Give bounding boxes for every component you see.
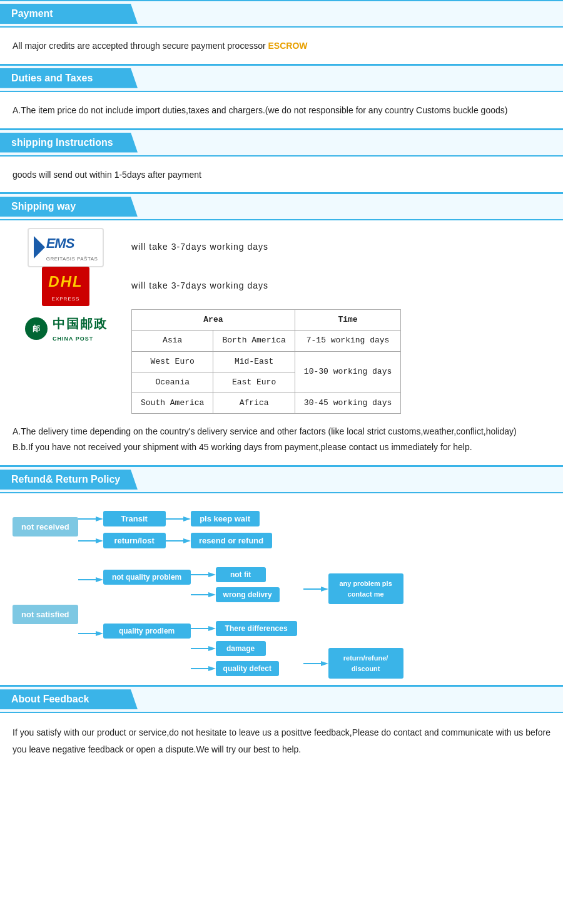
- table-cell: East Euro: [213, 372, 295, 393]
- quality-problem-branch: quality prodlem There differences damage: [78, 621, 297, 676]
- svg-marker-22: [208, 646, 216, 651]
- pls-keep-wait-box: pls keep wait: [191, 511, 260, 526]
- dhl-carrier-row: DHL EXPRESS will take 3-7days working da…: [13, 270, 550, 302]
- quality-defect-box: quality defect: [216, 661, 279, 676]
- table-cell: 10-30 working days: [295, 351, 400, 393]
- table-cell: 7-15 working days: [295, 331, 400, 351]
- escrow-label: ESCROW: [268, 41, 308, 51]
- payment-section: Payment All major credits are accepted t…: [0, 0, 563, 64]
- arrow-right-icon: [78, 535, 103, 547]
- not-quality-problem-branch: not quality problem not fit wrong delivr…: [78, 567, 297, 602]
- svg-marker-26: [321, 587, 328, 592]
- there-differences-box: There differences: [216, 621, 297, 636]
- not-quality-sub: not fit wrong delivry: [191, 567, 280, 602]
- shipping-way-section: Shipping way EMS GREITASIS PAŠTAS: [0, 193, 563, 466]
- svg-marker-20: [208, 626, 216, 631]
- table-cell: Borth America: [213, 331, 295, 351]
- table-cell: 30-45 working days: [295, 393, 400, 413]
- svg-marker-14: [208, 572, 216, 577]
- damage-branch: damage: [191, 641, 297, 656]
- arrow-right-icon: [166, 513, 191, 525]
- not-received-box: not received: [13, 517, 78, 536]
- feedback-header: About Feedback: [0, 689, 138, 709]
- there-differences-branch: There differences: [191, 621, 297, 636]
- shipping-note-b: B.b.If you have not received your shipme…: [13, 439, 550, 455]
- table-row: South America Africa 30-45 working days: [132, 393, 401, 413]
- svg-text:邮: 邮: [33, 324, 40, 333]
- dhl-logo: DHL EXPRESS: [13, 270, 119, 302]
- outcome-boxes: any problem plscontact me return/refune/…: [303, 573, 403, 679]
- not-satisfied-flow: not satisfied not quality problem not fi…: [13, 567, 550, 679]
- wrong-delivery-box: wrong delivry: [216, 587, 280, 602]
- return-refund-branch: return/refune/discount: [303, 648, 403, 679]
- ems-carrier-row: EMS GREITASIS PAŠTAS will take 3-7days w…: [13, 232, 550, 263]
- shipping-instructions-section: shipping Instructions goods will send ou…: [0, 129, 563, 193]
- shipping-note-a: A.The delivery time depending on the cou…: [13, 424, 550, 439]
- damage-box: damage: [216, 641, 266, 656]
- svg-marker-24: [208, 666, 216, 671]
- chinapost-logo: 邮 中国邮政 CHINA POST: [13, 309, 119, 344]
- not-satisfied-branches: not quality problem not fit wrong delivr…: [78, 567, 297, 676]
- svg-marker-10: [183, 538, 191, 543]
- ems-delivery-text: will take 3-7days working days: [131, 240, 268, 255]
- feedback-body: If you satisfy with our product or servi…: [0, 718, 563, 770]
- table-cell: Africa: [213, 393, 295, 413]
- return-refund-box: return/refune/discount: [328, 648, 403, 679]
- not-received-flow: not received Transit pls keep wait retur…: [13, 511, 550, 548]
- refund-section: Refund& Return Policy not received Trans…: [0, 466, 563, 685]
- duties-header: Duties and Taxes: [0, 68, 138, 88]
- svg-marker-8: [96, 538, 103, 543]
- svg-marker-16: [208, 592, 216, 597]
- arrow-right-icon: [191, 622, 216, 635]
- feedback-section: About Feedback If you satisfy with our p…: [0, 685, 563, 770]
- payment-header: Payment: [0, 4, 138, 24]
- wrong-delivery-branch: wrong delivry: [191, 587, 280, 602]
- not-fit-branch: not fit: [191, 567, 280, 582]
- quality-sub: There differences damage quality defect: [191, 621, 297, 676]
- transit-branch: Transit pls keep wait: [78, 511, 272, 526]
- table-area-header: Area: [132, 310, 295, 331]
- return-lost-box: return/lost: [103, 533, 166, 548]
- quality-defect-branch: quality defect: [191, 661, 297, 676]
- arrow-right-icon: [303, 583, 328, 595]
- arrow-right-icon: [303, 657, 328, 670]
- duties-body: A.The item price do not include import d…: [0, 97, 563, 128]
- chinapost-carrier-row: 邮 中国邮政 CHINA POST Area Time: [13, 309, 550, 413]
- svg-marker-4: [96, 516, 103, 521]
- payment-body: All major credits are accepted through s…: [0, 33, 563, 64]
- arrow-right-icon: [191, 642, 216, 655]
- duties-section: Duties and Taxes A.The item price do not…: [0, 64, 563, 129]
- not-fit-box: not fit: [216, 567, 266, 582]
- resend-refund-box: resend or refund: [191, 533, 272, 548]
- not-received-branches: Transit pls keep wait return/lost resend…: [78, 511, 272, 548]
- arrow-right-icon: [191, 588, 216, 601]
- table-row: Asia Borth America 7-15 working days: [132, 331, 401, 351]
- svg-marker-28: [321, 661, 328, 666]
- arrow-right-icon: [78, 627, 103, 640]
- shipping-notes: A.The delivery time depending on the cou…: [13, 424, 550, 455]
- shipping-way-body: EMS GREITASIS PAŠTAS will take 3-7days w…: [0, 225, 563, 465]
- chinapost-emblem-icon: 邮: [24, 316, 49, 341]
- svg-marker-18: [96, 631, 103, 636]
- not-satisfied-box: not satisfied: [13, 605, 78, 624]
- quality-prodlem-box: quality prodlem: [103, 624, 191, 639]
- any-problem-branch: any problem plscontact me: [303, 573, 403, 604]
- table-row: West Euro Mid-East 10-30 working days: [132, 351, 401, 372]
- shipping-table: Area Time Asia Borth America 7-15 workin…: [131, 309, 401, 413]
- not-satisfied-group: not satisfied: [13, 605, 78, 624]
- any-problem-box: any problem plscontact me: [328, 573, 403, 604]
- ems-logo: EMS GREITASIS PAŠTAS: [13, 232, 119, 263]
- chinapost-table-wrap: Area Time Asia Borth America 7-15 workin…: [131, 309, 401, 413]
- svg-marker-12: [96, 577, 103, 582]
- table-cell: Asia: [132, 331, 213, 351]
- arrow-right-icon: [78, 573, 103, 586]
- arrow-right-icon: [166, 535, 191, 547]
- shipping-instructions-body: goods will send out within 1-5days after…: [0, 162, 563, 193]
- refund-header: Refund& Return Policy: [0, 470, 138, 490]
- not-received-group: not received: [13, 517, 78, 536]
- svg-marker-6: [183, 516, 191, 521]
- refund-flow-diagram: not received Transit pls keep wait retur…: [0, 498, 563, 685]
- table-time-header: Time: [295, 310, 400, 331]
- arrow-right-icon: [191, 568, 216, 581]
- shipping-instructions-header: shipping Instructions: [0, 133, 138, 153]
